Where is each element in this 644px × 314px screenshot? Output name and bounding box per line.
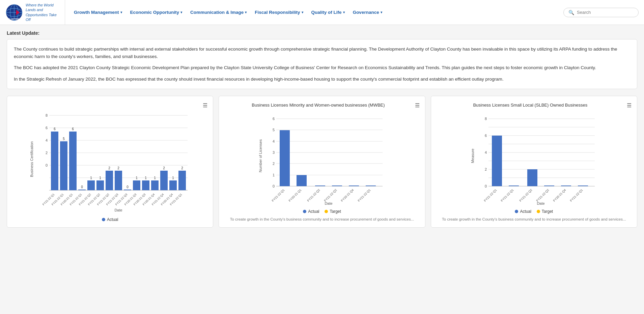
search-icon: 🔍 bbox=[568, 10, 574, 15]
chart-2-target-dot-icon bbox=[325, 210, 328, 213]
svg-rect-110 bbox=[492, 136, 502, 186]
svg-rect-41 bbox=[142, 180, 149, 190]
svg-text:1: 1 bbox=[99, 176, 101, 180]
svg-text:5: 5 bbox=[63, 137, 65, 141]
latest-update-label: Latest Update: bbox=[7, 30, 637, 36]
nav-quality-of-life[interactable]: Quality of Life ▾ bbox=[308, 8, 348, 17]
svg-text:3: 3 bbox=[273, 150, 275, 154]
svg-text:1: 1 bbox=[145, 176, 147, 180]
nav-fiscal-responsibility[interactable]: Fiscal Responsibility ▾ bbox=[251, 8, 306, 17]
svg-rect-29 bbox=[87, 180, 95, 190]
economic-opportunity-chevron-icon: ▾ bbox=[180, 10, 182, 14]
chart-3-legend-target: Target bbox=[537, 209, 553, 214]
svg-text:4: 4 bbox=[485, 150, 487, 154]
search-box[interactable]: 🔍 bbox=[563, 8, 639, 17]
main-content: Latest Update: The County continues to b… bbox=[0, 25, 644, 233]
svg-text:Number of Licenses: Number of Licenses bbox=[258, 139, 262, 172]
chart-2-svg-wrapper: 6 5 4 3 2 1 0 Number of Licenses bbox=[224, 112, 419, 206]
svg-rect-85 bbox=[332, 185, 342, 186]
chart-2-menu-icon[interactable]: ☰ bbox=[415, 102, 420, 109]
chart-3-menu-icon[interactable]: ☰ bbox=[627, 102, 632, 109]
quality-of-life-chevron-icon: ▾ bbox=[343, 10, 345, 14]
svg-text:Date: Date bbox=[115, 208, 122, 212]
svg-text:FY21-22 Q1: FY21-22 Q1 bbox=[357, 189, 371, 203]
search-input[interactable] bbox=[577, 10, 634, 15]
svg-text:Measure: Measure bbox=[471, 149, 475, 163]
svg-text:FY20-21 Q4: FY20-21 Q4 bbox=[340, 189, 355, 203]
svg-text:0: 0 bbox=[46, 163, 48, 167]
chart-2-actual-dot-icon bbox=[303, 210, 306, 213]
svg-text:0: 0 bbox=[127, 185, 129, 189]
svg-text:8: 8 bbox=[485, 117, 487, 121]
communication-image-chevron-icon: ▾ bbox=[245, 10, 247, 14]
svg-text:6: 6 bbox=[54, 127, 56, 131]
svg-text:4: 4 bbox=[273, 139, 275, 143]
svg-text:2: 2 bbox=[181, 166, 183, 170]
svg-rect-84 bbox=[315, 185, 325, 186]
svg-text:6: 6 bbox=[46, 126, 48, 130]
svg-rect-21 bbox=[51, 132, 58, 190]
svg-text:6: 6 bbox=[485, 134, 487, 138]
chart-1-legend: Actual bbox=[12, 217, 207, 222]
logo-tagline: Where the World Lands and Opportunities … bbox=[26, 3, 59, 22]
svg-text:0: 0 bbox=[273, 184, 275, 188]
svg-rect-111 bbox=[509, 185, 519, 186]
svg-text:FY21-22 Q2: FY21-22 Q2 bbox=[519, 189, 533, 203]
chart-3-legend-actual: Actual bbox=[515, 209, 531, 214]
svg-text:2: 2 bbox=[163, 166, 165, 170]
charts-row: ☰ 8 6 4 2 0 bbox=[7, 96, 637, 228]
svg-text:FY21-22 Q1: FY21-22 Q1 bbox=[500, 189, 514, 203]
chart-2-legend: Actual Target bbox=[224, 209, 419, 214]
svg-text:1: 1 bbox=[273, 173, 275, 177]
svg-text:Business Certification: Business Certification bbox=[30, 141, 34, 177]
nav-communication-image[interactable]: Communication & Image ▾ bbox=[187, 8, 250, 17]
svg-text:6: 6 bbox=[273, 117, 275, 121]
chart-3-footer: To create growth in the County's busines… bbox=[437, 217, 632, 222]
svg-rect-82 bbox=[280, 130, 290, 186]
svg-text:Date: Date bbox=[537, 201, 544, 205]
header: CLAYTON Where the World Lands and Opport… bbox=[0, 0, 644, 25]
svg-rect-31 bbox=[96, 180, 104, 190]
svg-rect-86 bbox=[349, 185, 359, 186]
svg-rect-35 bbox=[115, 171, 122, 190]
chart-1-menu-icon[interactable]: ☰ bbox=[203, 102, 207, 109]
svg-text:2: 2 bbox=[485, 167, 487, 171]
chart-3-title: Business Licenses Small Local (SLBE) Own… bbox=[437, 102, 624, 108]
nav-governance[interactable]: Governance ▾ bbox=[349, 8, 386, 17]
svg-text:0: 0 bbox=[485, 184, 487, 188]
nav-growth-management[interactable]: Growth Management ▾ bbox=[71, 8, 125, 17]
svg-text:1: 1 bbox=[154, 176, 156, 180]
svg-rect-113 bbox=[544, 185, 554, 186]
svg-text:4: 4 bbox=[46, 138, 48, 142]
svg-rect-112 bbox=[527, 169, 537, 186]
svg-text:0: 0 bbox=[81, 185, 83, 189]
chart-card-1: ☰ 8 6 4 2 0 bbox=[7, 96, 213, 228]
chart-1-svg-wrapper: 8 6 4 2 0 Business Certification 6 5 bbox=[12, 112, 207, 215]
svg-text:Date: Date bbox=[325, 201, 333, 205]
svg-rect-45 bbox=[160, 171, 168, 190]
svg-text:FY21-22 Q1: FY21-22 Q1 bbox=[483, 189, 497, 203]
chart-3-svg-wrapper: 8 6 4 2 0 Measure bbox=[437, 112, 632, 206]
svg-text:FY20-21 Q1: FY20-21 Q1 bbox=[288, 189, 302, 203]
svg-rect-49 bbox=[178, 171, 186, 190]
main-nav: Growth Management ▾ Economic Opportunity… bbox=[71, 8, 561, 17]
update-box: The County continues to build strategic … bbox=[7, 39, 637, 89]
chart-2-title: Business Licenses Minority and Women-own… bbox=[224, 102, 412, 108]
svg-rect-87 bbox=[366, 185, 376, 186]
svg-text:FY20-21 Q4: FY20-21 Q4 bbox=[552, 189, 566, 203]
svg-text:FY21-22 Q2: FY21-22 Q2 bbox=[535, 189, 550, 203]
nav-economic-opportunity[interactable]: Economic Opportunity ▾ bbox=[127, 8, 186, 17]
svg-rect-23 bbox=[60, 141, 67, 190]
svg-text:2: 2 bbox=[46, 151, 48, 155]
svg-rect-43 bbox=[151, 180, 159, 190]
svg-text:1: 1 bbox=[90, 176, 92, 180]
svg-text:1: 1 bbox=[172, 176, 174, 180]
chart-3-legend: Actual Target bbox=[437, 209, 632, 214]
svg-text:1: 1 bbox=[136, 176, 138, 180]
chart-card-2: Business Licenses Minority and Women-own… bbox=[219, 96, 425, 228]
svg-text:FY21-22 Q2: FY21-22 Q2 bbox=[307, 189, 321, 203]
svg-rect-25 bbox=[69, 132, 77, 190]
chart-card-3: Business Licenses Small Local (SLBE) Own… bbox=[431, 96, 637, 228]
chart-2-svg: 6 5 4 3 2 1 0 Number of Licenses bbox=[258, 112, 386, 206]
svg-rect-39 bbox=[133, 180, 140, 190]
